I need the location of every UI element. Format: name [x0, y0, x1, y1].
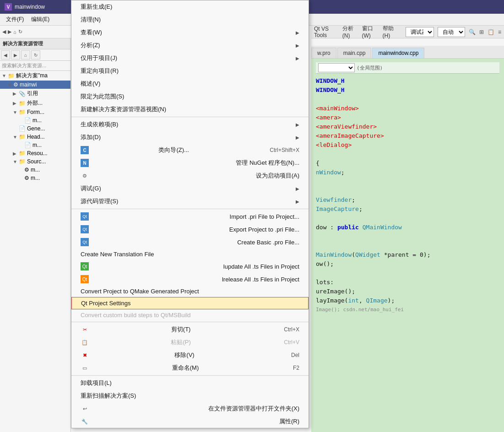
code-line: nWindow;	[316, 168, 499, 177]
ctx-item-rebuild[interactable]: 重新生成(E)	[71, 0, 309, 13]
toolbar-sync-icon[interactable]: ↻	[18, 29, 22, 35]
ctx-item-add[interactable]: 添加(D) ▶	[71, 131, 309, 144]
tree-icon: 📎	[19, 91, 26, 97]
tree-item-header-file[interactable]: 📄 m...	[0, 141, 70, 149]
code-line: WINDOW_H	[316, 86, 499, 95]
search-toolbar-icon[interactable]: 🔍	[469, 29, 476, 35]
ctx-separator	[71, 209, 309, 209]
ctx-item-new-view[interactable]: 新建解决方案资源管理器视图(N)	[71, 103, 309, 116]
window-menu[interactable]: 窗口(W)	[362, 25, 379, 39]
ctx-item-build-deps[interactable]: 生成依赖项(B) ▶	[71, 118, 309, 131]
ctx-item-cut[interactable]: ✂ 剪切(T) Ctrl+X	[71, 323, 309, 336]
tree-item-source1[interactable]: ⚙ m...	[0, 166, 70, 174]
ctx-label: Convert custom build steps to Qt/MSBuild	[81, 312, 191, 319]
nav-sync-btn[interactable]: ↻	[31, 50, 40, 59]
ctx-label: 管理 NuGet 程序包(N)...	[236, 159, 299, 167]
ctx-item-analyze[interactable]: 分析(Z) ▶	[71, 39, 309, 52]
nav-back-btn[interactable]: ◀	[1, 50, 10, 59]
tree-item-mainwin[interactable]: ▼ ⚙ mainwi	[0, 81, 70, 89]
ctx-icon-settings: ⚙	[81, 172, 89, 180]
ctx-item-new-translation[interactable]: Create New Translation File	[71, 248, 309, 260]
class-select[interactable]	[318, 63, 355, 72]
toolbar-home-icon[interactable]: ⌂	[13, 29, 16, 35]
editor-tabs: w.pro main.cpp mainwindow.cpp	[311, 46, 504, 59]
ctx-icon-remove: ✖	[81, 351, 89, 359]
ctx-item-unload[interactable]: 卸载项目(L)	[71, 377, 309, 389]
sidebar-nav: ◀ ▶ ⌂ ↻	[0, 49, 70, 61]
code-line	[316, 241, 499, 250]
ctx-item-qt-settings[interactable]: Qt Project Settings	[71, 297, 309, 309]
ctx-item-set-startup[interactable]: ⚙ 设为启动项目(A)	[71, 169, 309, 182]
code-line	[316, 269, 499, 278]
ctx-item-rescan[interactable]: 重新扫描解决方案(S)	[71, 389, 309, 402]
ctx-item-overview[interactable]: 概述(V)	[71, 77, 309, 90]
tree-label: 引用	[27, 90, 38, 97]
tree-item-external[interactable]: ▶ 📁 外部...	[0, 98, 70, 108]
tab-wpro[interactable]: w.pro	[311, 48, 336, 58]
tab-mainwindowcpp[interactable]: mainwindow.cpp	[372, 48, 424, 58]
ctx-item-nuget[interactable]: N 管理 NuGet 程序包(N)...	[71, 157, 309, 169]
menu-edit[interactable]: 编辑(E)	[27, 14, 53, 25]
ctx-item-remove[interactable]: ✖ 移除(V) Del	[71, 349, 309, 362]
tree-icon: 📁	[19, 150, 26, 157]
mode-select[interactable]: 自动	[438, 27, 465, 37]
debugger-select[interactable]: 调试器	[406, 27, 434, 37]
ctx-item-rename[interactable]: ▭ 重命名(M) F2	[71, 362, 309, 374]
toolbar-icon3: 📋	[488, 29, 494, 35]
nav-forward-btn[interactable]: ▶	[11, 50, 20, 59]
tree-item-form-file[interactable]: 📄 m...	[0, 116, 70, 124]
ctx-icon-lrelease: Qt	[81, 275, 89, 283]
submenu-arrow: ▶	[296, 199, 299, 204]
tree-icon: 📄	[19, 125, 26, 132]
ctx-item-create-pro[interactable]: Qt Create Basic .pro File...	[71, 236, 309, 248]
code-line: <mainWindow>	[316, 104, 499, 113]
tree-item-resources[interactable]: ▶ 📁 Resou...	[0, 149, 70, 157]
ctx-label: 重新扫描解决方案(S)	[81, 392, 136, 400]
ctx-icon-folder: ↩	[81, 405, 89, 413]
ctx-label: 在文件资源管理器中打开文件夹(X)	[208, 405, 299, 413]
ctx-item-lrelease[interactable]: Qt lrelease All .ts Files in Project	[71, 273, 309, 286]
ctx-label: 重命名(M)	[172, 364, 199, 372]
ctx-item-properties[interactable]: 🔧 属性(R)	[71, 415, 309, 428]
tree-item-solution[interactable]: ▼ 📁 解决方案"ma	[0, 71, 70, 81]
ctx-label: 新建解决方案资源管理器视图(N)	[81, 105, 166, 113]
ctx-item-project-only[interactable]: 仅用于项目(J) ▶	[71, 52, 309, 65]
tree-item-forms[interactable]: ▼ 📁 Form...	[0, 108, 70, 116]
ctx-item-open-folder[interactable]: ↩ 在文件资源管理器中打开文件夹(X)	[71, 402, 309, 415]
ctx-item-lupdate[interactable]: Qt lupdate All .ts Files in Project	[71, 260, 309, 273]
ctx-item-source-ctrl[interactable]: 源代码管理(S) ▶	[71, 195, 309, 208]
ctx-item-convert-qmake[interactable]: Convert Project to QMake Generated Proje…	[71, 286, 309, 297]
ctx-label: 设为启动项目(A)	[256, 172, 299, 180]
tab-maincpp[interactable]: main.cpp	[337, 48, 372, 58]
toolbar-icon4: ≡	[498, 29, 501, 35]
menu-file[interactable]: 文件(F)	[2, 14, 27, 25]
analyze-menu[interactable]: 分析(N)	[342, 25, 358, 39]
expand-icon: ▼	[13, 135, 17, 140]
ctx-item-class-wizard[interactable]: C 类向导(Z)... Ctrl+Shift+X	[71, 144, 309, 157]
toolbar-back-icon[interactable]: ◀	[2, 29, 6, 35]
toolbar-forward-icon[interactable]: ▶	[8, 29, 11, 35]
ctx-item-view[interactable]: 查看(W) ▶	[71, 26, 309, 39]
ctx-label: 属性(R)	[279, 417, 299, 426]
tree-item-source2[interactable]: ⚙ m...	[0, 174, 70, 182]
tree-item-refs[interactable]: ▶ 📎 引用	[0, 89, 70, 98]
ctx-icon-nuget: N	[81, 159, 89, 167]
ctx-item-export-pri[interactable]: Qt Export Project to .pri File...	[71, 223, 309, 236]
code-line: <ameraViewfinder>	[316, 122, 499, 131]
ctx-item-clean[interactable]: 清理(N)	[71, 13, 309, 26]
code-line: lots:	[316, 278, 499, 287]
tree-item-sources[interactable]: ▼ 📁 Sourc...	[0, 157, 70, 166]
ctx-item-retarget[interactable]: 重定向项目(R)	[71, 65, 309, 77]
ctx-item-scope[interactable]: 限定为此范围(S)	[71, 90, 309, 103]
qt-vs-tools-menu[interactable]: Qt VS Tools	[314, 26, 339, 38]
tree-icon: ⚙	[24, 175, 29, 181]
ctx-label: 仅用于项目(J)	[81, 54, 117, 62]
ctx-label: Create Basic .pro File...	[237, 239, 299, 246]
tree-item-headers[interactable]: ▼ 📁 Head...	[0, 133, 70, 141]
ctx-item-debug[interactable]: 调试(G) ▶	[71, 182, 309, 195]
nav-home-btn[interactable]: ⌂	[21, 50, 30, 59]
tree-item-generated[interactable]: 📄 Gene...	[0, 124, 70, 133]
ctx-item-paste[interactable]: 📋 粘贴(P) Ctrl+V	[71, 336, 309, 349]
help-menu[interactable]: 帮助(H)	[383, 25, 399, 39]
ctx-item-import-pri[interactable]: Qt Import .pri File to Project...	[71, 210, 309, 223]
